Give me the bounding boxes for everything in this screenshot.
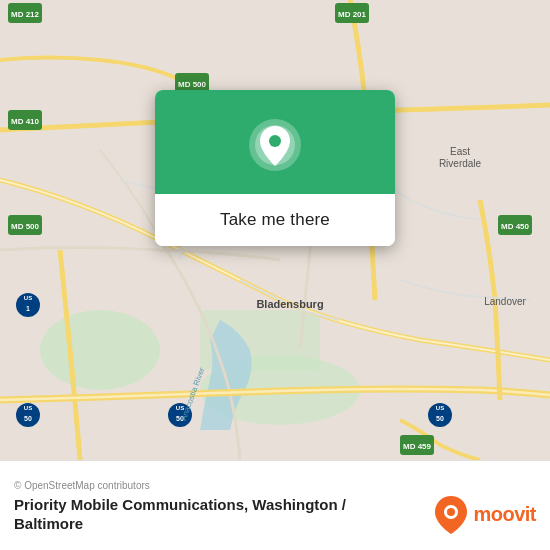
- moovit-pin-icon: [435, 496, 467, 534]
- svg-text:MD 212: MD 212: [11, 10, 40, 19]
- map-container: MD 212 MD 410 MD 500 MD 500 MD 201 US 1 …: [0, 0, 550, 460]
- popup-green-area: [155, 90, 395, 194]
- svg-text:MD 201: MD 201: [338, 10, 367, 19]
- svg-text:MD 500: MD 500: [11, 222, 40, 231]
- svg-point-1: [40, 310, 160, 390]
- location-title: Priority Mobile Communications, Washingt…: [14, 495, 346, 534]
- svg-text:MD 500: MD 500: [178, 80, 207, 89]
- svg-text:Riverdale: Riverdale: [439, 158, 482, 169]
- popup-card: Take me there: [155, 90, 395, 246]
- svg-text:Bladensburg: Bladensburg: [256, 298, 323, 310]
- svg-text:US: US: [436, 405, 444, 411]
- svg-point-37: [269, 135, 281, 147]
- svg-text:East: East: [450, 146, 470, 157]
- footer-bottom: Priority Mobile Communications, Washingt…: [14, 495, 536, 534]
- footer: © OpenStreetMap contributors Priority Mo…: [0, 460, 550, 550]
- svg-text:1: 1: [26, 305, 30, 312]
- svg-text:MD 459: MD 459: [403, 442, 432, 451]
- svg-text:50: 50: [436, 415, 444, 422]
- take-me-there-button[interactable]: Take me there: [155, 194, 395, 246]
- moovit-logo: moovit: [435, 496, 536, 534]
- svg-text:Landover: Landover: [484, 296, 526, 307]
- moovit-text: moovit: [473, 503, 536, 526]
- svg-text:US: US: [24, 405, 32, 411]
- copyright-text: © OpenStreetMap contributors: [14, 480, 536, 491]
- location-info: Priority Mobile Communications, Washingt…: [14, 495, 346, 534]
- svg-text:MD 450: MD 450: [501, 222, 530, 231]
- svg-text:50: 50: [24, 415, 32, 422]
- location-pin-icon: [248, 118, 302, 172]
- svg-point-39: [447, 508, 455, 516]
- svg-text:US: US: [24, 295, 32, 301]
- svg-text:MD 410: MD 410: [11, 117, 40, 126]
